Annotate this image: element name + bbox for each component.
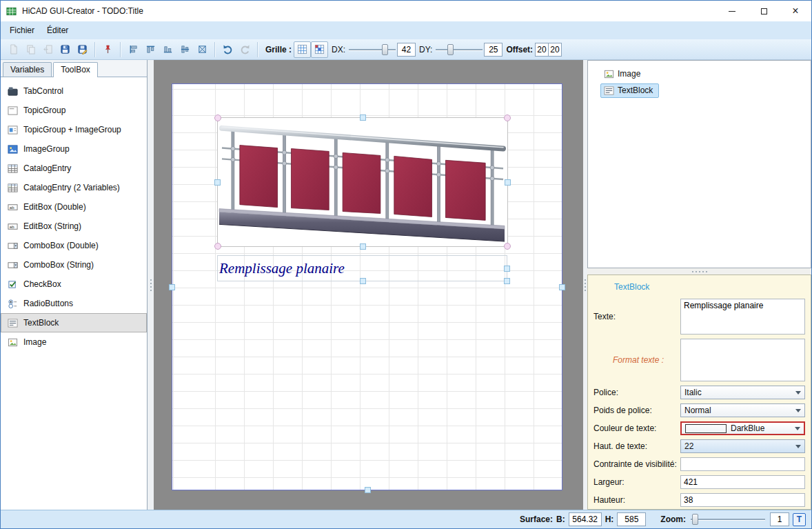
resize-handle[interactable] [504,266,510,272]
resize-handle[interactable] [360,278,366,284]
align-middle-button[interactable] [176,41,194,58]
status-bar: Surface: B: H: Zoom: T [1,510,811,528]
resize-handle[interactable] [559,284,565,290]
resize-handle[interactable] [504,114,511,121]
splitter-grip-dot [696,271,697,272]
toolbox-item-editbox-string[interactable]: abEditBox (String) [1,217,147,236]
poids-combobox[interactable]: Normal [680,403,805,417]
minimize-icon [729,11,735,12]
menu-editer[interactable]: Éditer [41,23,74,38]
resize-handle[interactable] [365,487,371,493]
resize-handle[interactable] [360,243,366,250]
design-page[interactable]: Remplissage planaire [172,83,562,490]
redo-button[interactable] [236,41,254,58]
zoom-slider[interactable] [689,512,767,526]
format-texte-input[interactable] [680,339,805,381]
resize-handle[interactable] [505,179,511,186]
pin-button[interactable] [99,41,116,58]
surface-h-input[interactable] [617,512,646,526]
toolbox-item-imagegroup[interactable]: ImageGroup [1,139,147,159]
textblock-element[interactable]: Remplissage planaire [217,255,507,281]
dx-slider[interactable] [347,43,397,57]
toolbar-separator [120,42,121,57]
tree-item-image[interactable]: Image [588,66,811,82]
import-icon [43,44,53,54]
toolbox-item-catalogentry-2-variables[interactable]: CatalogEntry (2 Variables) [1,178,147,197]
offset-y-input[interactable] [548,43,562,57]
dx-value-input[interactable] [397,43,416,57]
resize-handle[interactable] [169,284,175,290]
resize-handle[interactable] [360,114,366,121]
toolbox-item-image[interactable]: Image [1,332,147,352]
resize-handle[interactable] [214,243,221,250]
toolbox-item-editbox-double[interactable]: abEditBox (Double) [1,197,147,217]
haut-combobox[interactable]: 22 [680,439,805,453]
save-as-button[interactable] [74,41,91,58]
undo-button[interactable] [219,41,236,58]
toolbox-item-checkbox[interactable]: CheckBox [1,275,147,294]
tab-toolbox[interactable]: ToolBox [53,62,98,77]
dy-slider[interactable] [434,43,484,57]
resize-handle[interactable] [504,243,511,250]
tab-variables[interactable]: Variables [3,62,52,77]
toolbox-item-catalogentry[interactable]: CatalogEntry [1,159,147,178]
same-size-button[interactable] [194,41,211,58]
toolbox-item-topicgroup-imagegroup[interactable]: TopicGroup + ImageGroup [1,120,147,139]
resize-handle[interactable] [214,179,221,186]
align-top-button[interactable] [142,41,159,58]
same-size-icon [197,44,207,54]
design-canvas[interactable]: Remplissage planaire [154,60,583,510]
save-button[interactable] [57,41,74,58]
offset-x-input[interactable] [535,43,549,57]
contrainte-input[interactable] [680,457,805,471]
grid-snap-button[interactable] [311,41,328,58]
editbox-icon: ab [8,202,18,212]
zoom-value-input[interactable] [770,512,789,526]
dy-slider-thumb[interactable] [447,44,454,55]
police-combobox[interactable]: Italic [680,386,805,399]
surface-b-input[interactable] [569,512,602,526]
toolbox-item-textblock[interactable]: TextBlock [1,313,147,332]
dy-value-input[interactable] [484,43,503,57]
maximize-button[interactable] [748,1,780,21]
align-left-button[interactable] [125,41,142,58]
copy-button[interactable] [22,41,39,58]
largeur-input[interactable] [680,475,805,489]
copy-icon [26,44,36,54]
align-bottom-button[interactable] [159,41,176,58]
toolbox-item-topicgroup[interactable]: TopicGroup [1,101,147,120]
svg-text:ab: ab [10,223,14,228]
import-button[interactable] [39,41,57,58]
couleur-combobox[interactable]: DarkBlue [680,421,805,435]
format-texte-label: Format texte : [593,355,680,365]
toolbox-item-label: TabControl [23,86,63,96]
element-tree-panel: ImageTextBlock [587,60,811,268]
left-splitter[interactable] [148,60,154,510]
largeur-label: Largeur: [593,477,680,487]
image-element[interactable] [217,117,508,247]
minimize-button[interactable] [716,1,748,21]
toolbox-item-combobox-string[interactable]: ComboBox (String) [1,255,147,275]
app-icon [6,6,17,17]
toolbox-item-radiobuttons[interactable]: RadioButtons [1,294,147,313]
dx-slider-thumb[interactable] [382,44,388,55]
text-tool-toggle-button[interactable]: T [793,513,806,526]
toolbox-item-label: TopicGroup [23,106,65,115]
texte-input[interactable]: Remplissage planaire [680,299,805,335]
grid-toggle-button[interactable] [294,41,311,58]
resize-handle[interactable] [504,278,510,284]
property-row-hauteur: Hauteur: [593,493,805,507]
toolbox-item-tabcontrol[interactable]: TabControl [1,81,147,101]
tree-item-textblock[interactable]: TextBlock [588,82,811,99]
property-row-largeur: Largeur: [593,475,805,489]
splitter-grip-dot [585,279,586,281]
properties-splitter[interactable] [587,268,811,275]
zoom-slider-thumb[interactable] [692,514,698,525]
close-button[interactable]: × [780,1,811,21]
hauteur-input[interactable] [680,493,805,507]
toolbox-item-combobox-double[interactable]: ComboBox (Double) [1,236,147,255]
resize-handle[interactable] [214,114,221,121]
menu-fichier[interactable]: Fichier [3,23,41,38]
new-button[interactable] [5,41,22,58]
menu-bar: Fichier Éditer [1,21,811,39]
